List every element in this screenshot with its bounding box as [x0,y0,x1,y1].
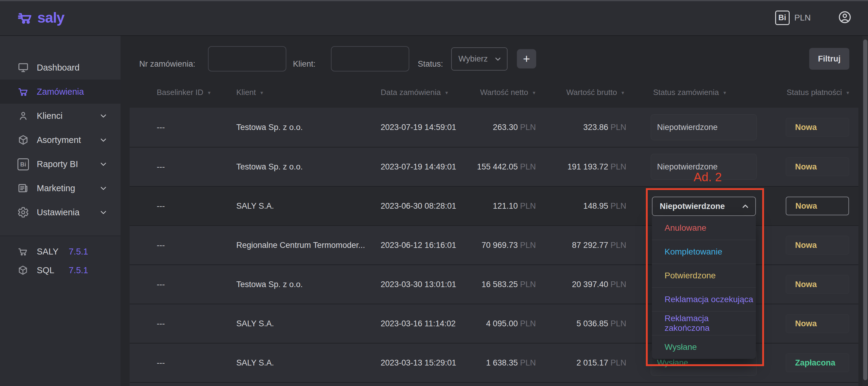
cell-net-value: 16 583.25 PLN [446,280,536,289]
dropdown-option-label: Anulowane [664,223,707,233]
column-header-3[interactable]: Data zamówienia▼ [381,88,449,97]
dropdown-option-anulowane[interactable]: Anulowane [652,216,756,240]
column-label: Baselinker ID [157,88,204,97]
sidebar-item-raporty-bi[interactable]: BiRaporty BI [0,152,121,176]
dropdown-option-reklamacja-oczekuj-ca[interactable]: Reklamacja oczekująca [652,287,756,311]
version-label: SALY [37,247,59,257]
cell-order-date: 2023-07-19 14:59:01 [381,123,456,132]
payment-status-select[interactable]: Nowa [786,314,849,333]
status-filter-select[interactable]: Wybierz [451,47,507,70]
sidebar-item-label: Raporty BI [37,159,78,169]
sidebar-item-klienci[interactable]: Klienci [0,104,121,128]
cell-gross-value: 191 193.72 PLN [536,162,626,172]
filter-button[interactable]: Filtruj [809,48,849,70]
cell-gross-value: 87 292.77 PLN [536,241,626,250]
sidebar-versions: SALY7.5.1SQL7.5.1 [0,242,121,279]
cart-logo-icon [18,10,33,26]
payment-status-select[interactable]: Nowa [786,118,849,137]
cell-net-value: 155 442.05 PLN [446,162,536,172]
sidebar-item-label: Ustawienia [37,207,80,217]
column-header-7[interactable]: Status płatności▼ [786,88,850,97]
sidebar-item-ustawienia[interactable]: Ustawienia [0,200,121,225]
column-label: Wartość brutto [566,88,617,97]
order-status-selected-value: Niepotwierdzone [660,202,725,211]
sort-arrow-icon[interactable]: ▼ [532,90,536,95]
dropdown-option-reklamacja-zako-czona[interactable]: Reklamacja zakończona [652,311,756,335]
cell-baselinker-id: --- [157,241,165,250]
main-content: Nr zamówienia: Klient: Status: Wybierz +… [121,35,868,386]
column-header-1[interactable]: Baselinker ID▼ [157,88,211,97]
sidebar-item-dashboard[interactable]: Dashboard [0,56,121,80]
sidebar-item-label: Asortyment [37,135,81,145]
dropdown-option-label: Potwierdzone [664,271,716,280]
column-header-6[interactable]: Status zamówienia▼ [653,88,727,97]
cell-order-date: 2023-07-19 14:49:01 [381,162,456,172]
sort-arrow-icon[interactable]: ▼ [207,90,212,95]
chevron-down-icon [99,184,108,193]
payment-status-select[interactable]: Zapłacona [786,353,849,372]
payment-status-select[interactable]: Nowa [786,236,849,255]
cell-baselinker-id: --- [157,162,165,172]
cell-gross-value: 323.86 PLN [536,123,626,132]
sidebar-item-marketing[interactable]: Marketing [0,176,121,200]
column-header-5[interactable]: Wartość brutto▼ [566,88,625,97]
cell-baselinker-id: --- [157,123,165,132]
sort-arrow-icon[interactable]: ▼ [259,90,264,95]
payment-status-select[interactable]: Nowa [786,275,849,294]
dropdown-option-wys-ane[interactable]: Wysłane [652,335,756,359]
order-number-input[interactable] [208,46,286,71]
sort-arrow-icon[interactable]: ▼ [722,90,727,95]
bi-icon: Bi [18,158,29,170]
chevron-down-icon [99,111,108,120]
cell-client: Testowa Sp. z o.o. [236,280,303,289]
cell-baselinker-id: --- [157,358,165,367]
account-button[interactable] [838,10,852,25]
order-status-select-open[interactable]: Niepotwierdzone [652,197,756,216]
sidebar-item-label: Zamówienia [37,87,84,97]
dropdown-option-potwierdzone[interactable]: Potwierdzone [652,264,756,287]
cell-gross-value: 148.95 PLN [536,202,626,211]
sidebar-menu: DashboardZamówieniaKlienciAsortymentBiRa… [0,35,121,236]
news-icon [18,182,29,194]
cart-icon [18,246,28,257]
add-filter-button[interactable]: + [517,49,536,68]
app-logo[interactable]: saly [18,9,64,26]
sort-arrow-icon[interactable]: ▼ [621,90,625,95]
column-label: Status zamówienia [653,88,719,97]
cell-net-value: 1 638.35 PLN [446,358,536,367]
dropdown-option-kompletowanie[interactable]: Kompletowanie [652,240,756,264]
currency-switcher[interactable]: Bi PLN [775,10,811,25]
cell-net-value: 70 969.73 PLN [446,241,536,250]
order-status-select[interactable]: Niepotwierdzone [651,114,757,140]
cell-net-value: 121.10 PLN [446,202,536,211]
table-row-partial [130,382,858,386]
cell-order-date: 2023-06-30 08:28:01 [381,202,456,211]
scrollbar-thumb[interactable] [863,39,867,380]
sidebar-item-label: Dashboard [37,63,80,73]
vertical-scrollbar[interactable] [863,36,868,386]
cell-client: SALY S.A. [236,358,274,367]
sidebar-item-label: Marketing [37,183,75,193]
sidebar-item-asortyment[interactable]: Asortyment [0,128,121,152]
sidebar-item-label: Klienci [37,111,62,121]
monitor-icon [18,62,29,73]
payment-status-select[interactable]: Nowa [786,157,849,176]
table-row[interactable]: ---Testowa Sp. z o.o.2023-07-19 14:59:01… [130,108,858,147]
column-header-4[interactable]: Wartość netto▼ [480,88,536,97]
sidebar-item-zam-wienia[interactable]: Zamówienia [0,80,121,104]
column-label: Wartość netto [480,88,528,97]
cell-client: Regionalne Centrum Termomoder... [236,241,365,250]
payment-status-select[interactable]: Nowa [786,197,849,215]
sort-arrow-icon[interactable]: ▼ [444,90,449,95]
user-account-icon [838,10,852,24]
sort-arrow-icon[interactable]: ▼ [846,90,850,95]
table-row[interactable]: ---Testowa Sp. z o.o.2023-07-19 14:49:01… [130,147,858,186]
cell-baselinker-id: --- [157,202,165,211]
column-header-2[interactable]: Klient▼ [236,88,264,97]
version-label: SQL [37,265,54,275]
order-status-dropdown-menu: AnulowaneKompletowaniePotwierdzoneReklam… [652,216,756,359]
dropdown-option-label: Reklamacja oczekująca [664,295,753,304]
version-item-sql: SQL7.5.1 [0,261,121,279]
dropdown-option-label: Kompletowanie [664,247,722,257]
version-number: 7.5.1 [69,247,88,257]
